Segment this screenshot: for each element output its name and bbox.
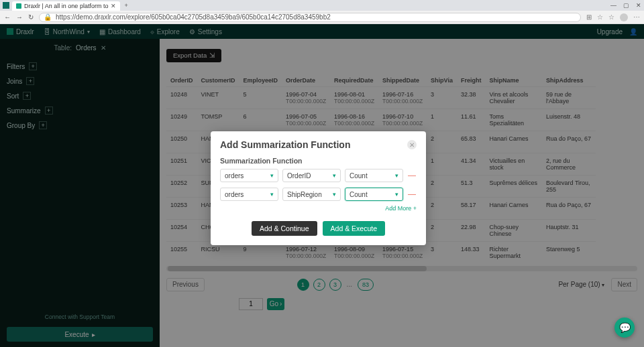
url-input[interactable]: 🔒 https://demo.draxlr.com/explore/605b0c… (39, 13, 581, 22)
profile-avatar-icon[interactable] (620, 13, 628, 21)
modal-close-button[interactable]: ✕ (407, 140, 417, 149)
table-select[interactable]: orders▾ (220, 169, 278, 182)
chevron-down-icon: ▾ (395, 172, 398, 179)
modal-section-label: Summarization Function (220, 157, 417, 165)
add-execute-button[interactable]: Add & Execute (323, 221, 385, 236)
chat-icon: 💬 (619, 322, 631, 333)
reader-icon[interactable]: ⊞ (586, 13, 592, 21)
nav-back-icon[interactable]: ← (4, 13, 11, 21)
browser-menu-icon[interactable]: ⋯ (633, 13, 640, 21)
function-select[interactable]: Count▾ (345, 169, 403, 182)
chevron-down-icon: ▾ (270, 172, 274, 179)
function-select[interactable]: Count▾ (345, 188, 403, 201)
add-continue-button[interactable]: Add & Continue (252, 221, 317, 236)
new-tab-button[interactable]: + (124, 2, 127, 9)
nav-reload-icon[interactable]: ↻ (28, 13, 34, 21)
summarization-modal: Add Summarization Function ✕ Summarizati… (211, 131, 426, 245)
app-icon (3, 2, 9, 9)
table-select[interactable]: orders▾ (220, 188, 278, 201)
remove-row-button[interactable]: — (407, 188, 417, 201)
lock-icon: 🔒 (44, 13, 52, 21)
url-text: https://demo.draxlr.com/explore/605b0ca0… (56, 13, 331, 21)
chat-fab-button[interactable]: 💬 (614, 318, 635, 338)
chevron-down-icon: ▾ (333, 172, 336, 179)
window-minimize-icon[interactable]: — (610, 2, 616, 9)
tab-close-icon[interactable]: ✕ (111, 3, 116, 9)
browser-tab[interactable]: Draxlr | An all in one platform to ✕ (12, 1, 120, 11)
summarize-row: orders▾OrderID▾Count▾— (220, 169, 417, 182)
tab-favicon (16, 3, 21, 9)
nav-forward-icon[interactable]: → (16, 13, 23, 21)
browser-titlebar: Draxlr | An all in one platform to ✕ + —… (0, 0, 644, 11)
chevron-down-icon: ▾ (270, 191, 274, 198)
remove-row-button[interactable]: — (407, 169, 417, 182)
window-close-icon[interactable]: ✕ (636, 2, 641, 9)
tab-title: Draxlr | An all in one platform to (24, 3, 108, 9)
column-select[interactable]: OrderID▾ (282, 169, 341, 182)
chevron-down-icon: ▾ (395, 191, 398, 198)
column-select[interactable]: ShipRegion▾ (282, 188, 341, 201)
summarize-row: orders▾ShipRegion▾Count▾— (220, 188, 417, 201)
extensions-icon[interactable]: ☆ (608, 13, 614, 21)
browser-address-bar: ← → ↻ 🔒 https://demo.draxlr.com/explore/… (0, 11, 644, 24)
modal-title: Add Summarization Function (220, 139, 407, 150)
favorite-icon[interactable]: ☆ (597, 13, 603, 21)
add-more-button[interactable]: Add More + (220, 205, 417, 212)
plus-icon: + (413, 205, 417, 212)
window-maximize-icon[interactable]: ▢ (623, 2, 629, 9)
chevron-down-icon: ▾ (333, 191, 336, 198)
